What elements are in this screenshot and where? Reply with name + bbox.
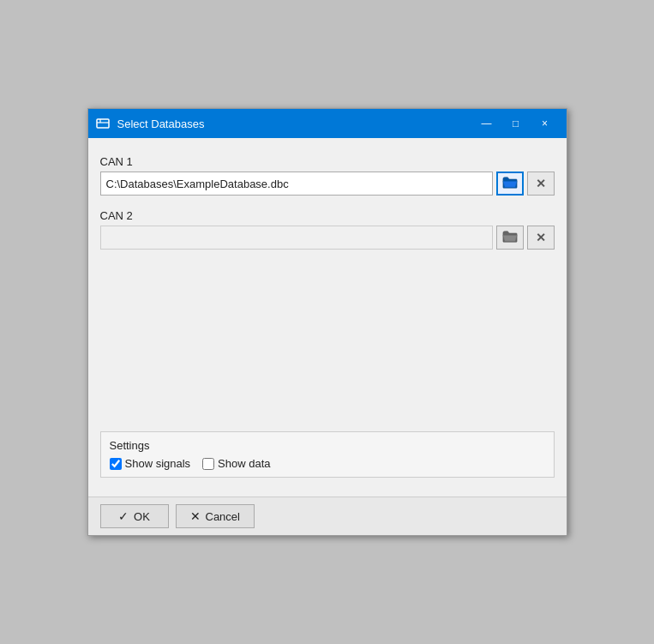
- show-signals-checkbox[interactable]: [110, 458, 122, 470]
- minimize-button[interactable]: —: [472, 109, 501, 138]
- can1-section: CAN 1 C:\Databases\ExampleDatabase.dbc ✕: [100, 148, 555, 202]
- show-data-label[interactable]: Show data: [202, 457, 270, 470]
- ok-button[interactable]: ✓ OK: [100, 504, 169, 528]
- can2-section: CAN 2 ✕: [100, 202, 555, 256]
- ok-icon: ✓: [118, 509, 129, 523]
- can2-path: [100, 226, 493, 250]
- cancel-label: Cancel: [206, 510, 240, 523]
- main-content: CAN 1 C:\Databases\ExampleDatabase.dbc ✕: [88, 138, 567, 497]
- can2-label: CAN 2: [100, 209, 555, 222]
- spacer: [100, 256, 555, 428]
- close-button[interactable]: ×: [531, 109, 560, 138]
- window-title: Select Databases: [117, 117, 472, 130]
- can1-clear-button[interactable]: ✕: [527, 172, 555, 196]
- cancel-icon: ✕: [190, 509, 201, 523]
- can1-label: CAN 1: [100, 155, 555, 168]
- can2-clear-button[interactable]: ✕: [527, 226, 555, 250]
- folder-icon: [502, 230, 518, 246]
- svg-rect-0: [97, 119, 109, 128]
- close-icon: ✕: [536, 231, 546, 244]
- window-icon: [95, 116, 111, 131]
- titlebar-controls: — □ ×: [472, 109, 560, 138]
- show-signals-text: Show signals: [125, 457, 191, 470]
- can2-row: ✕: [100, 226, 555, 250]
- folder-icon: [502, 176, 518, 192]
- settings-row: Show signals Show data: [110, 457, 545, 470]
- can1-browse-button[interactable]: [496, 172, 524, 196]
- footer: ✓ OK ✕ Cancel: [88, 497, 567, 535]
- can1-path: C:\Databases\ExampleDatabase.dbc: [100, 172, 493, 196]
- settings-section: Settings Show signals Show data: [100, 431, 555, 478]
- can1-row: C:\Databases\ExampleDatabase.dbc ✕: [100, 172, 555, 196]
- ok-label: OK: [134, 510, 150, 523]
- settings-label: Settings: [110, 439, 545, 452]
- show-signals-label[interactable]: Show signals: [110, 457, 191, 470]
- select-databases-window: Select Databases — □ × CAN 1 C:\Database…: [87, 108, 567, 536]
- titlebar: Select Databases — □ ×: [88, 109, 567, 138]
- show-data-text: Show data: [218, 457, 270, 470]
- show-data-checkbox[interactable]: [202, 458, 214, 470]
- can2-browse-button[interactable]: [496, 226, 524, 250]
- close-icon: ✕: [536, 177, 546, 190]
- maximize-button[interactable]: □: [501, 109, 531, 138]
- cancel-button[interactable]: ✕ Cancel: [176, 504, 255, 528]
